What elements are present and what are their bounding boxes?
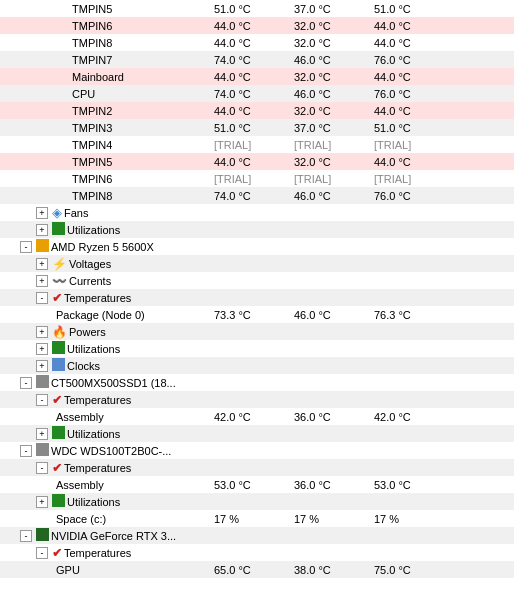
node-label-utils2: Utilizations bbox=[67, 343, 120, 355]
expand-utils3[interactable]: + bbox=[36, 428, 48, 440]
expand-temps_wdc[interactable]: - bbox=[36, 462, 48, 474]
row-temps_cpu[interactable]: - ✔ Temperatures bbox=[0, 289, 514, 306]
expand-nvidia[interactable]: - bbox=[20, 530, 32, 542]
node-icon-fans: ◈ bbox=[52, 205, 62, 220]
val3-assembly2: 53.0 °C bbox=[374, 479, 454, 491]
node-label-utils3: Utilizations bbox=[67, 428, 120, 440]
util-icon bbox=[52, 494, 65, 507]
node-label-voltages: Voltages bbox=[69, 258, 111, 270]
data-label-tmpin5b: TMPIN5 bbox=[72, 156, 112, 168]
node-icon-amdcpu bbox=[36, 239, 49, 254]
row-voltages[interactable]: + ⚡ Voltages bbox=[0, 255, 514, 272]
row-gpu_val: GPU 65.0 °C 38.0 °C 75.0 °C bbox=[0, 561, 514, 578]
val2-tmpin3: 37.0 °C bbox=[294, 122, 374, 134]
node-label-fans: Fans bbox=[64, 207, 88, 219]
node-icon-clocks bbox=[52, 358, 65, 373]
val1-tmpin4: [TRIAL] bbox=[214, 139, 294, 151]
val1-tmpin6a: 44.0 °C bbox=[214, 20, 294, 32]
node-label-utils1: Utilizations bbox=[67, 224, 120, 236]
hardware-monitor-tree: TMPIN5 51.0 °C 37.0 °C 51.0 °C TMPIN6 44… bbox=[0, 0, 514, 578]
data-label-tmpin5a: TMPIN5 bbox=[72, 3, 112, 15]
expand-ssd[interactable]: - bbox=[20, 377, 32, 389]
val3-gpu_val: 75.0 °C bbox=[374, 564, 454, 576]
expand-wdc[interactable]: - bbox=[20, 445, 32, 457]
expand-temps_cpu[interactable]: - bbox=[36, 292, 48, 304]
val2-tmpin6a: 32.0 °C bbox=[294, 20, 374, 32]
node-label-wdc: WDC WDS100T2B0C-... bbox=[51, 445, 171, 457]
node-icon-utils2 bbox=[52, 341, 65, 356]
val2-tmpin5b: 32.0 °C bbox=[294, 156, 374, 168]
val2-tmpin8b: 46.0 °C bbox=[294, 190, 374, 202]
expand-utils1[interactable]: + bbox=[36, 224, 48, 236]
val1-tmpin5a: 51.0 °C bbox=[214, 3, 294, 15]
node-label-amdcpu: AMD Ryzen 5 5600X bbox=[51, 241, 154, 253]
val3-tmpin6b: [TRIAL] bbox=[374, 173, 454, 185]
data-label-tmpin6a: TMPIN6 bbox=[72, 20, 112, 32]
data-label-tmpin3: TMPIN3 bbox=[72, 122, 112, 134]
node-label-ssd: CT500MX500SSD1 (18... bbox=[51, 377, 176, 389]
node-icon-utils3 bbox=[52, 426, 65, 441]
row-temps_wdc[interactable]: - ✔ Temperatures bbox=[0, 459, 514, 476]
val3-tmpin4: [TRIAL] bbox=[374, 139, 454, 151]
row-utils4[interactable]: + Utilizations bbox=[0, 493, 514, 510]
row-assembly2: Assembly 53.0 °C 36.0 °C 53.0 °C bbox=[0, 476, 514, 493]
node-icon-temps_cpu: ✔ bbox=[52, 291, 62, 305]
expand-currents[interactable]: + bbox=[36, 275, 48, 287]
drive-icon bbox=[36, 443, 49, 456]
expand-clocks[interactable]: + bbox=[36, 360, 48, 372]
expand-fans[interactable]: + bbox=[36, 207, 48, 219]
expand-temps_ssd[interactable]: - bbox=[36, 394, 48, 406]
node-label-powers: Powers bbox=[69, 326, 106, 338]
row-clocks[interactable]: + Clocks bbox=[0, 357, 514, 374]
row-tmpin8b: TMPIN8 74.0 °C 46.0 °C 76.0 °C bbox=[0, 187, 514, 204]
row-utils1[interactable]: + Utilizations bbox=[0, 221, 514, 238]
row-fans[interactable]: + ◈ Fans bbox=[0, 204, 514, 221]
row-utils2[interactable]: + Utilizations bbox=[0, 340, 514, 357]
row-ssd[interactable]: - CT500MX500SSD1 (18... bbox=[0, 374, 514, 391]
expand-amdcpu[interactable]: - bbox=[20, 241, 32, 253]
val2-gpu_val: 38.0 °C bbox=[294, 564, 374, 576]
data-label-gpu_val: GPU bbox=[56, 564, 80, 576]
val3-tmpin8a: 44.0 °C bbox=[374, 37, 454, 49]
val2-tmpin2: 32.0 °C bbox=[294, 105, 374, 117]
expand-utils2[interactable]: + bbox=[36, 343, 48, 355]
node-label-currents: Currents bbox=[69, 275, 111, 287]
row-nvidia[interactable]: - NVIDIA GeForce RTX 3... bbox=[0, 527, 514, 544]
val1-tmpin8b: 74.0 °C bbox=[214, 190, 294, 202]
node-icon-temps_gpu: ✔ bbox=[52, 546, 62, 560]
val1-tmpin7a: 74.0 °C bbox=[214, 54, 294, 66]
row-assembly1: Assembly 42.0 °C 36.0 °C 42.0 °C bbox=[0, 408, 514, 425]
node-label-temps_wdc: Temperatures bbox=[64, 462, 131, 474]
expand-temps_gpu[interactable]: - bbox=[36, 547, 48, 559]
expand-voltages[interactable]: + bbox=[36, 258, 48, 270]
gpu-icon bbox=[36, 528, 49, 541]
node-icon-voltages: ⚡ bbox=[52, 257, 67, 271]
clock-icon bbox=[52, 358, 65, 371]
row-space_c: Space (c:) 17 % 17 % 17 % bbox=[0, 510, 514, 527]
temp-icon: ✔ bbox=[52, 291, 62, 305]
row-temps_gpu[interactable]: - ✔ Temperatures bbox=[0, 544, 514, 561]
val3-tmpin5b: 44.0 °C bbox=[374, 156, 454, 168]
val3-cpu: 76.0 °C bbox=[374, 88, 454, 100]
val1-tmpin3: 51.0 °C bbox=[214, 122, 294, 134]
val1-assembly2: 53.0 °C bbox=[214, 479, 294, 491]
data-label-pkg_node: Package (Node 0) bbox=[56, 309, 145, 321]
data-label-tmpin2: TMPIN2 bbox=[72, 105, 112, 117]
row-tmpin4: TMPIN4 [TRIAL] [TRIAL] [TRIAL] bbox=[0, 136, 514, 153]
row-mainboard: Mainboard 44.0 °C 32.0 °C 44.0 °C bbox=[0, 68, 514, 85]
row-temps_ssd[interactable]: - ✔ Temperatures bbox=[0, 391, 514, 408]
node-icon-nvidia bbox=[36, 528, 49, 543]
expand-utils4[interactable]: + bbox=[36, 496, 48, 508]
row-cpu: CPU 74.0 °C 46.0 °C 76.0 °C bbox=[0, 85, 514, 102]
row-wdc[interactable]: - WDC WDS100T2B0C-... bbox=[0, 442, 514, 459]
row-utils3[interactable]: + Utilizations bbox=[0, 425, 514, 442]
node-icon-powers: 🔥 bbox=[52, 325, 67, 339]
row-currents[interactable]: + 〰️ Currents bbox=[0, 272, 514, 289]
val2-assembly1: 36.0 °C bbox=[294, 411, 374, 423]
expand-powers[interactable]: + bbox=[36, 326, 48, 338]
row-tmpin7a: TMPIN7 74.0 °C 46.0 °C 76.0 °C bbox=[0, 51, 514, 68]
val3-tmpin5a: 51.0 °C bbox=[374, 3, 454, 15]
row-tmpin3: TMPIN3 51.0 °C 37.0 °C 51.0 °C bbox=[0, 119, 514, 136]
row-amdcpu[interactable]: - AMD Ryzen 5 5600X bbox=[0, 238, 514, 255]
row-powers[interactable]: + 🔥 Powers bbox=[0, 323, 514, 340]
